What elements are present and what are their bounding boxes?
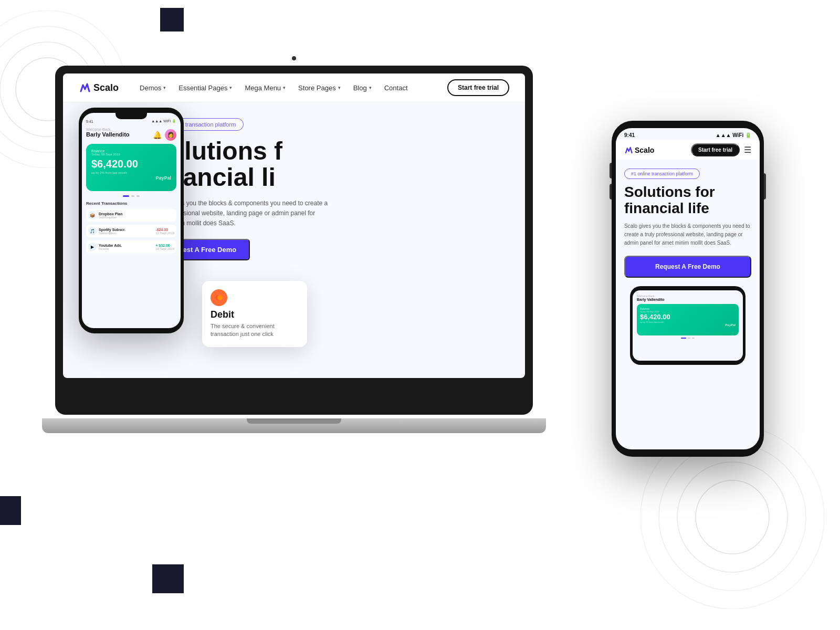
laptop-notch [247,418,341,424]
chevron-down-icon: ▾ [369,85,372,90]
phone-notch [116,113,147,119]
mobile-start-trial-button[interactable]: Start free trial [691,143,740,156]
phone-status-bar: 9:41 ▲▲▲ WiFi 🔋 [86,119,176,123]
phone-header: Welcome Back, Barly Vallendito 🔔 👩 [86,128,176,142]
logo-icon [79,82,90,93]
phone-screen-inner: 9:41 ▲▲▲ WiFi 🔋 Welcome Back, Barly Vall… [82,113,181,328]
laptop-base [42,418,546,433]
transaction-item: ▶ Youtube Ads. Income + $32.00 10 Sept 2… [86,240,176,253]
chevron-down-icon: ▾ [338,85,341,90]
svg-point-5 [677,462,788,572]
phone-in-laptop: 9:41 ▲▲▲ WiFi 🔋 Welcome Back, Barly Vall… [79,108,184,333]
power-button [764,173,766,200]
chevron-down-icon: ▾ [283,85,286,90]
chevron-down-icon: ▾ [163,85,166,90]
mobile-mockup: 9:41 ▲▲▲ WiFi 🔋 Scalo Start free trial ☰… [612,121,764,457]
hero-headline: Solutions f financial li [152,138,509,191]
mobile-status-bar: 9:41 ▲▲▲ WiFi 🔋 [616,128,760,140]
deco-square-top [160,8,184,32]
laptop-frame: Scalo Demos ▾ Essential Pages ▾ Mega Men… [55,66,533,415]
nav-item-essential[interactable]: Essential Pages ▾ [178,84,232,92]
user-avatar: 👩 [165,129,176,141]
nav-items: Demos ▾ Essential Pages ▾ Mega Menu ▾ St… [140,84,447,92]
card-dots [86,195,176,197]
nav-item-contact[interactable]: Contact [384,84,408,92]
request-demo-button-mobile[interactable]: Request A Free Demo [624,256,751,278]
deco-square-bottom-right [152,564,184,593]
svg-point-4 [696,480,769,554]
nav-item-store[interactable]: Store Pages ▾ [298,84,341,92]
mobile-hero-headline: Solutions for financial life [624,184,751,217]
mobile-logo: Scalo [624,146,654,154]
nav-item-mega[interactable]: Mega Menu ▾ [245,84,286,92]
debit-title: Debit [211,309,299,320]
mobile-screen: 9:41 ▲▲▲ WiFi 🔋 Scalo Start free trial ☰… [616,128,760,449]
mastercard-icon [215,293,223,302]
mobile-navbar: Scalo Start free trial ☰ [616,140,760,160]
volume-up-button [610,163,612,178]
balance-card: Balance Today, 08 Sept 2019 $6,420.00 up… [86,144,176,191]
nav-item-demos[interactable]: Demos ▾ [140,84,166,92]
laptop-mockup: Scalo Demos ▾ Essential Pages ▾ Mega Men… [55,50,533,433]
mobile-hero-desc: Scalo gives you the blocks & components … [624,222,751,247]
debit-desc: The secure & convenient transaction just… [211,322,299,339]
hamburger-icon[interactable]: ☰ [744,145,751,155]
transaction-item: 🎵 Spotify Subscr. Subscription -$24.00 1… [86,225,176,237]
mini-phone-screen: Welcome Back, Barly Vallendito Balance T… [633,290,743,361]
tx-icon-spotify: 🎵 [88,227,97,235]
laptop-webcam [292,56,296,60]
debit-icon [211,289,227,306]
mini-phone-mockup: Welcome Back, Barly Vallendito Balance T… [630,286,746,365]
volume-down-button [610,184,612,200]
mobile-hero: #1 online transaction platform Solutions… [616,160,760,373]
mobile-logo-icon [624,146,633,154]
site-logo: Scalo [79,82,119,93]
mini-card-dots [637,338,739,339]
transaction-item: 📦 Dropbox Plan Subscription [86,209,176,222]
mini-balance-card: Balance Today, 08 Sept 2019 $6,420.00 up… [637,304,739,335]
start-free-trial-button[interactable]: Start free trial [447,79,509,96]
logo-text: Scalo [93,82,119,93]
mobile-nav-actions: Start free trial ☰ [691,143,751,156]
site-navbar: Scalo Demos ▾ Essential Pages ▾ Mega Men… [63,74,525,102]
svg-point-6 [659,444,806,591]
bell-icon: 🔔 [153,131,162,139]
tx-icon-dropbox: 📦 [88,211,97,219]
mobile-hero-badge: #1 online transaction platform [624,169,700,179]
debit-popup: Debit The secure & convenient transactio… [202,281,307,347]
deco-square-bottom-left [0,496,21,525]
tx-icon-youtube: ▶ [88,243,97,251]
svg-point-9 [217,295,223,300]
nav-item-blog[interactable]: Blog ▾ [353,84,372,92]
chevron-down-icon: ▾ [229,85,232,90]
mobile-signal-icons: ▲▲▲ WiFi 🔋 [716,132,751,138]
